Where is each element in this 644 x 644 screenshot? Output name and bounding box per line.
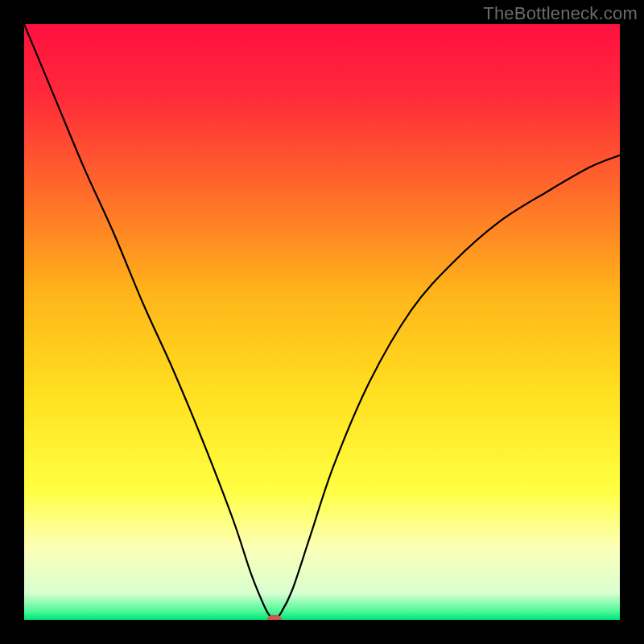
watermark-text: TheBottleneck.com bbox=[483, 3, 638, 24]
plot-area bbox=[24, 24, 620, 620]
svg-rect-0 bbox=[24, 24, 620, 620]
chart-frame: TheBottleneck.com bbox=[0, 0, 644, 644]
chart-background-gradient bbox=[24, 24, 620, 620]
optimum-marker bbox=[267, 615, 282, 620]
